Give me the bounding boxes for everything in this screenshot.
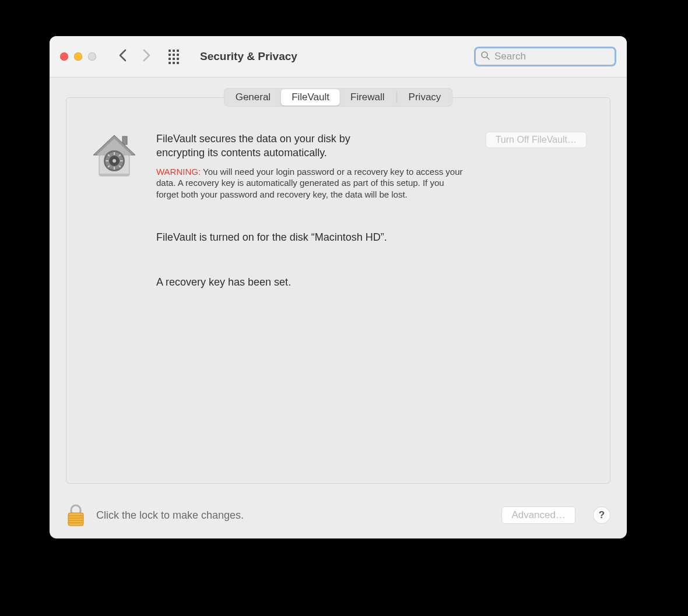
lock-hint-text: Click the lock to make changes. <box>96 509 491 522</box>
nav-arrows <box>117 48 152 65</box>
filevault-status-on: FileVault is turned on for the disk “Mac… <box>156 231 468 244</box>
warning-label: WARNING: <box>156 167 201 177</box>
traffic-lights <box>60 52 96 61</box>
search-icon <box>480 51 490 62</box>
warning-text: You will need your login password or a r… <box>156 167 463 199</box>
minimize-window-button[interactable] <box>74 52 82 61</box>
tab-privacy[interactable]: Privacy <box>398 89 452 105</box>
tab-filevault[interactable]: FileVault <box>281 89 340 105</box>
help-button[interactable]: ? <box>593 506 610 524</box>
back-button[interactable] <box>117 48 129 65</box>
zoom-window-button[interactable] <box>88 52 96 61</box>
search-input[interactable] <box>493 50 610 63</box>
window-title: Security & Privacy <box>200 50 467 63</box>
forward-button <box>141 48 152 65</box>
advanced-button: Advanced… <box>501 506 575 524</box>
svg-point-10 <box>113 159 116 163</box>
tab-firewall[interactable]: Firewall <box>340 89 395 105</box>
preferences-window: Security & Privacy General FileVault Fir… <box>50 36 627 538</box>
turn-off-filevault-button: Turn Off FileVault… <box>486 132 587 148</box>
footer: Click the lock to make changes. Advanced… <box>50 495 627 538</box>
svg-line-1 <box>487 57 489 59</box>
show-all-prefs-button[interactable] <box>169 50 181 64</box>
tab-bar: General FileVault Firewall Privacy <box>224 88 453 107</box>
svg-rect-20 <box>68 513 83 526</box>
filevault-text-column: FileVault secures the data on your disk … <box>156 132 468 288</box>
filevault-warning: WARNING: You will need your login passwo… <box>156 166 468 200</box>
close-window-button[interactable] <box>60 52 68 61</box>
tab-separator <box>396 91 397 103</box>
filevault-pane: General FileVault Firewall Privacy <box>66 97 610 484</box>
filevault-recovery-status: A recovery key has been set. <box>156 276 468 288</box>
content-area: General FileVault Firewall Privacy <box>50 78 627 495</box>
titlebar: Security & Privacy <box>50 36 627 78</box>
filevault-description: FileVault secures the data on your disk … <box>156 132 389 160</box>
lock-icon[interactable] <box>66 504 86 527</box>
filevault-header-row: FileVault secures the data on your disk … <box>90 132 587 288</box>
filevault-icon <box>90 132 139 181</box>
svg-rect-6 <box>99 174 129 176</box>
tab-general[interactable]: General <box>225 89 281 105</box>
search-field[interactable] <box>474 47 616 66</box>
